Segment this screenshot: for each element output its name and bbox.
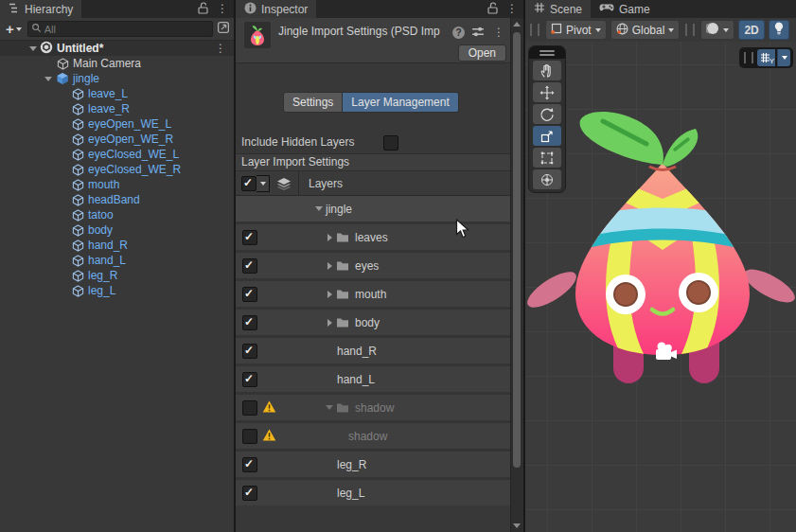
transform-tool-button[interactable] <box>533 169 561 189</box>
layer-row-shadow[interactable]: shadow <box>236 395 511 420</box>
hierarchy-item-hand_R[interactable]: hand_R <box>0 238 234 253</box>
layer-row-mouth[interactable]: mouth <box>236 281 511 307</box>
hierarchy-item-hand_L[interactable]: hand_L <box>0 253 234 268</box>
add-object-button[interactable]: + <box>4 21 24 37</box>
hierarchy-item-headBand[interactable]: headBand <box>0 192 234 207</box>
hierarchy-item-mouth[interactable]: mouth <box>0 177 234 192</box>
rect-tool-button[interactable] <box>533 148 561 168</box>
layer-row-leaves[interactable]: leaves <box>236 224 511 250</box>
hierarchy-item-body[interactable]: body <box>0 222 234 238</box>
asset-menu-icon[interactable]: ⋮ <box>491 24 506 42</box>
lighting-toggle-button[interactable] <box>769 20 789 40</box>
tools-overlay-handle[interactable] <box>529 46 565 59</box>
scrollbar-thumb[interactable] <box>513 32 521 468</box>
layer-foldout-icon[interactable] <box>323 262 336 270</box>
help-icon[interactable]: ? <box>452 27 465 39</box>
foldout-icon[interactable] <box>42 77 55 81</box>
rect-tool-icon <box>540 151 555 166</box>
layer-row-eyes[interactable]: eyes <box>236 253 511 278</box>
unlock-icon[interactable] <box>487 2 498 17</box>
layer-checkbox[interactable] <box>242 315 257 330</box>
grid-visibility-button[interactable]: Y <box>757 49 775 66</box>
tab-layer-management[interactable]: Layer Management <box>343 92 458 113</box>
hierarchy-item-leg_R[interactable]: leg_R <box>0 268 234 283</box>
layer-checkbox[interactable] <box>242 486 257 501</box>
hierarchy-item-jingle[interactable]: jingle <box>0 71 234 86</box>
layer-row-hand_R[interactable]: hand_R <box>236 338 511 364</box>
add-object-caret-icon <box>16 27 22 31</box>
tab-inspector-label: Inspector <box>261 3 308 16</box>
layer-checkbox[interactable] <box>242 372 257 387</box>
folder-icon <box>336 232 351 243</box>
hierarchy-item-eyeOpen_WE_R[interactable]: eyeOpen_WE_R <box>0 132 234 147</box>
lightbulb-icon <box>774 22 784 38</box>
hand-tool-button[interactable] <box>533 61 561 80</box>
scroll-down-icon[interactable] <box>511 520 522 532</box>
layer-foldout-icon[interactable] <box>323 234 336 241</box>
layers-stack-icon[interactable] <box>276 177 292 190</box>
hierarchy-item-eyeClosed_WE_R[interactable]: eyeClosed_WE_R <box>0 162 234 177</box>
select-all-dropdown-icon[interactable] <box>256 175 270 192</box>
scene-foldout-icon[interactable] <box>27 46 40 51</box>
inspector-scrollbar[interactable] <box>510 18 523 532</box>
layer-foldout-icon[interactable] <box>323 291 336 298</box>
layer-checkbox[interactable] <box>242 429 257 444</box>
hierarchy-item-label: eyeClosed_WE_R <box>88 163 181 176</box>
grid-overlay-handle[interactable] <box>744 52 753 63</box>
scene-row-menu-icon[interactable]: ⋮ <box>213 40 228 58</box>
tab-inspector[interactable]: Inspector <box>236 0 316 18</box>
layer-foldout-icon[interactable] <box>323 319 336 327</box>
layer-row-leg_L[interactable]: leg_L <box>236 480 511 505</box>
tab-settings[interactable]: Settings <box>283 92 343 113</box>
layer-checkbox[interactable] <box>242 344 257 359</box>
tab-game[interactable]: Game <box>591 0 659 18</box>
camera-gizmo[interactable] <box>654 341 680 364</box>
unlock-icon[interactable] <box>198 2 208 17</box>
hierarchy-item-leg_L[interactable]: leg_L <box>0 283 234 298</box>
layer-checkbox[interactable] <box>242 258 257 274</box>
pivot-button[interactable]: Pivot <box>545 20 607 40</box>
layer-foldout-icon[interactable] <box>312 206 326 211</box>
tab-scene[interactable]: Scene <box>525 0 591 18</box>
hierarchy-item-eyeClosed_WE_L[interactable]: eyeClosed_WE_L <box>0 147 234 162</box>
layer-row-leg_R[interactable]: leg_R <box>236 452 511 477</box>
2d-toggle-button[interactable]: 2D <box>738 20 764 40</box>
hierarchy-item-eyeOpen_WE_L[interactable]: eyeOpen_WE_L <box>0 116 234 132</box>
rotate-tool-button[interactable] <box>533 104 561 124</box>
hierarchy-search[interactable] <box>27 21 213 37</box>
gameobject-cube-icon <box>70 194 85 206</box>
layer-foldout-icon[interactable] <box>323 405 336 410</box>
scale-tool-button[interactable] <box>533 126 561 146</box>
layer-row-hand_L[interactable]: hand_L <box>236 366 511 392</box>
select-all-checkbox[interactable] <box>241 176 256 191</box>
scene-header-row[interactable]: Untitled* ⋮ <box>0 41 234 56</box>
search-input[interactable] <box>44 24 209 35</box>
hierarchy-item-leave_R[interactable]: leave_R <box>0 101 234 116</box>
presets-icon[interactable] <box>471 26 485 41</box>
search-window-icon[interactable] <box>217 21 230 37</box>
layer-row-jingle[interactable]: jingle <box>236 196 511 222</box>
layer-checkbox[interactable] <box>242 400 257 416</box>
hierarchy-item-Main Camera[interactable]: Main Camera <box>0 56 234 71</box>
layer-checkbox[interactable] <box>242 230 257 245</box>
hierarchy-menu-icon[interactable]: ⋮ <box>215 0 230 18</box>
hierarchy-item-leave_L[interactable]: leave_L <box>0 86 234 101</box>
toolbar-drag-handle[interactable] <box>530 24 540 36</box>
move-tool-button[interactable] <box>533 82 561 102</box>
hierarchy-item-tatoo[interactable]: tatoo <box>0 207 234 222</box>
layer-checkbox[interactable] <box>242 457 257 472</box>
open-button[interactable]: Open <box>458 44 506 62</box>
layer-row-shadow[interactable]: shadow <box>236 423 511 449</box>
include-hidden-layers-checkbox[interactable] <box>383 135 398 151</box>
toolbar-drag-handle[interactable] <box>685 24 695 36</box>
folder-icon <box>336 317 351 328</box>
layer-row-body[interactable]: body <box>236 310 511 335</box>
tab-hierarchy[interactable]: Hierarchy <box>0 0 81 18</box>
scroll-up-icon[interactable] <box>511 18 522 30</box>
grid-dropdown-icon[interactable] <box>777 49 790 66</box>
layer-checkbox[interactable] <box>242 287 257 302</box>
inspector-menu-icon[interactable]: ⋮ <box>504 0 520 18</box>
shading-mode-button[interactable] <box>700 20 734 40</box>
global-button[interactable]: Global <box>610 20 681 40</box>
scene-viewport[interactable]: Y <box>525 42 796 532</box>
